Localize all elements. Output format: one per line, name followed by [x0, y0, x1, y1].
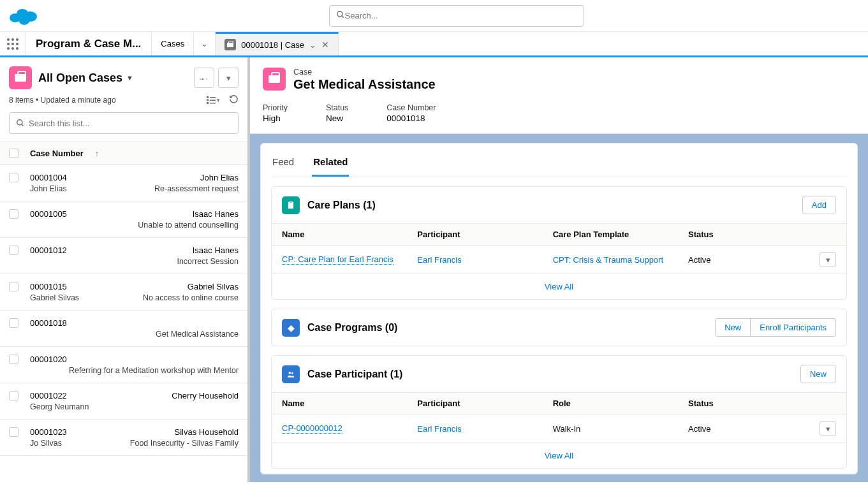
search-icon [16, 119, 25, 128]
care-plans-title[interactable]: Care Plans (1) [307, 200, 376, 211]
nav-tab-record[interactable]: 00001018 | Case ⌄ ✕ [216, 32, 339, 55]
view-all-participants[interactable]: View All [545, 451, 573, 460]
add-care-plan-button[interactable]: Add [802, 196, 836, 214]
app-launcher-icon[interactable] [0, 32, 26, 55]
chevron-down-icon: ▾ [226, 73, 231, 83]
row-case-number: 00001020 [30, 355, 67, 364]
col-status: Status [688, 399, 804, 408]
search-icon [336, 10, 345, 21]
list-row[interactable]: 00001018 Get Medical Assistance [0, 311, 247, 347]
pin-button[interactable] [194, 68, 214, 88]
svg-rect-7 [207, 99, 209, 101]
row-checkbox[interactable] [9, 246, 18, 255]
nav-tab-label: Cases [161, 39, 184, 48]
care-plan-link[interactable]: CP: Care Plan for Earl Francis [282, 254, 394, 265]
participant-link[interactable]: Earl Francis [417, 424, 461, 434]
global-search-input[interactable] [345, 11, 577, 20]
enroll-participants-button[interactable]: Enroll Participants [751, 318, 836, 337]
list-row[interactable]: 00001004John Elias John EliasRe-assessme… [0, 165, 247, 202]
template-link[interactable]: CPT: Crisis & Trauma Support [553, 255, 663, 265]
new-case-program-button[interactable]: New [715, 318, 751, 337]
row-case-number: 00001012 [30, 246, 67, 255]
global-search[interactable] [329, 5, 584, 27]
app-name: Program & Case M... [26, 32, 152, 55]
list-row[interactable]: 00001015Gabriel Silvas Gabriel SilvasNo … [0, 274, 247, 311]
row-right2: No access to online course [143, 293, 239, 302]
related-card-care-plans: Care Plans (1) Add Name Participant Care… [271, 186, 847, 300]
row-checkbox[interactable] [9, 427, 18, 437]
row-checkbox[interactable] [9, 318, 18, 328]
field-value-casenum: 00001018 [386, 114, 436, 123]
tab-related[interactable]: Related [312, 150, 349, 177]
list-search-input[interactable] [29, 119, 232, 128]
svg-point-17 [291, 372, 293, 374]
row-checkbox[interactable] [9, 173, 18, 182]
list-row[interactable]: 00001020 Referring for a Meditation work… [0, 347, 247, 383]
table-row: CP: Care Plan for Earl Francis Earl Fran… [272, 246, 846, 274]
related-card-case-participant: Case Participant (1) New Name Participan… [271, 355, 847, 469]
col-role: Role [553, 399, 688, 408]
row-right1: Isaac Hanes [193, 246, 239, 255]
svg-rect-15 [290, 201, 293, 202]
list-column-header[interactable]: Case Number ↑ [0, 142, 247, 165]
row-right1: Silvas Household [175, 427, 239, 437]
svg-line-5 [341, 16, 343, 18]
new-case-participant-button[interactable]: New [800, 365, 836, 383]
tab-feed[interactable]: Feed [271, 150, 295, 177]
row-checkbox[interactable] [9, 355, 18, 364]
row-right1: Isaac Hanes [193, 209, 239, 219]
chevron-down-icon: ⌄ [201, 39, 208, 48]
row-right1: Cherry Household [172, 391, 239, 400]
care-plan-icon [282, 196, 300, 214]
row-menu-button[interactable]: ▾ [820, 252, 836, 267]
row-case-number: 00001023 [30, 427, 67, 437]
view-all-care-plans[interactable]: View All [545, 282, 573, 291]
row-checkbox[interactable] [9, 209, 18, 219]
case-icon [263, 68, 286, 91]
case-programs-title[interactable]: Case Programs (0) [307, 322, 397, 334]
row-case-number: 00001022 [30, 391, 67, 400]
nav-tab-cases-menu[interactable]: ⌄ [194, 32, 216, 55]
row-checkbox[interactable] [9, 282, 18, 291]
list-view-title-text: All Open Cases [38, 71, 122, 85]
nav-tab-cases[interactable]: Cases [152, 32, 194, 55]
row-right2: Get Medical Assistance [156, 330, 239, 339]
case-icon [9, 66, 32, 89]
participant-record-link[interactable]: CP-0000000012 [282, 423, 342, 434]
row-menu-button[interactable]: ▾ [820, 421, 836, 436]
row-right2: Referring for a Meditation workshop with… [69, 366, 239, 375]
field-label-status: Status [326, 103, 348, 112]
record-panel: Case Get Medical Assistance Priority Hig… [250, 57, 868, 482]
display-toggle[interactable]: ▾ [207, 94, 220, 106]
svg-rect-8 [207, 102, 209, 104]
list-row[interactable]: 00001005Isaac Hanes Unable to attend cou… [0, 202, 247, 238]
chevron-down-icon[interactable]: ⌄ [309, 40, 316, 50]
select-all-checkbox[interactable] [9, 149, 18, 158]
close-icon[interactable]: ✕ [321, 40, 329, 50]
field-value-priority: High [263, 114, 288, 123]
list-view-title[interactable]: All Open Cases ▼ [38, 71, 133, 85]
row-right1: Gabriel Silvas [188, 282, 239, 291]
case-participant-icon [282, 365, 300, 383]
status-value: Active [688, 255, 804, 265]
list-search[interactable] [9, 112, 239, 134]
refresh-button[interactable] [229, 94, 239, 106]
col-status: Status [688, 230, 804, 239]
list-actions-menu[interactable]: ▾ [218, 68, 239, 88]
col-name: Name [282, 230, 417, 239]
list-row[interactable]: 00001023Silvas Household Jo SilvasFood I… [0, 420, 247, 456]
field-label-casenum: Case Number [386, 103, 436, 112]
list-view-panel: All Open Cases ▼ ▾ 8 items • Updated a m… [0, 57, 250, 482]
row-checkbox[interactable] [9, 391, 18, 400]
role-value: Walk-In [553, 424, 688, 434]
object-label: Case [293, 68, 436, 77]
record-tabs: Feed Related [271, 150, 847, 177]
svg-rect-9 [210, 97, 216, 98]
col-participant: Participant [417, 399, 552, 408]
chevron-down-icon: ▼ [126, 74, 133, 82]
list-row[interactable]: 00001012Isaac Hanes Incorrect Session [0, 238, 247, 274]
participant-link[interactable]: Earl Francis [417, 255, 461, 265]
case-participant-title[interactable]: Case Participant (1) [307, 369, 402, 380]
list-row[interactable]: 00001022Cherry Household Georg Neumann [0, 383, 247, 420]
svg-point-3 [19, 17, 29, 25]
